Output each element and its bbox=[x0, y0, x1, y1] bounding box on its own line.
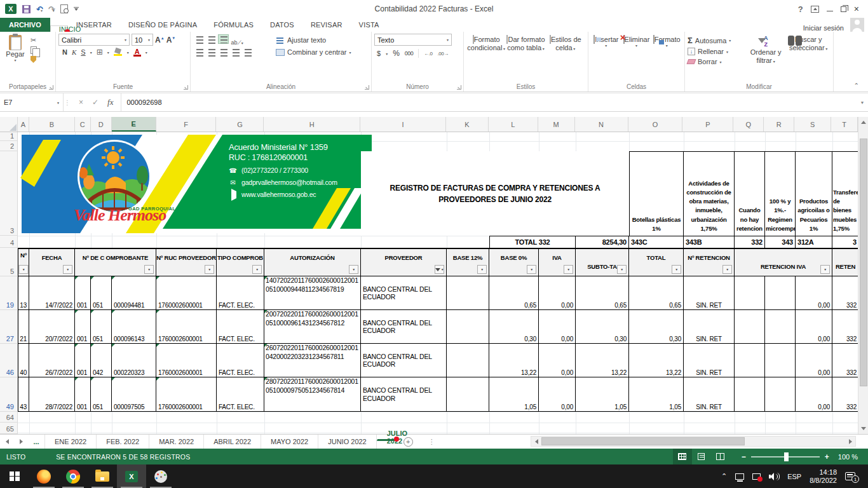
filter-active-funnel-icon[interactable] bbox=[435, 265, 444, 274]
fill-button[interactable]: ↓Rellenar▾ bbox=[688, 48, 745, 55]
cell-q[interactable] bbox=[735, 310, 765, 344]
cell-base12[interactable] bbox=[447, 344, 489, 377]
tab-archivo[interactable]: ARCHIVO bbox=[0, 18, 50, 32]
cell-iva[interactable]: 0,00 bbox=[539, 344, 576, 377]
collapse-ribbon-icon[interactable]: ⌃ bbox=[854, 82, 859, 89]
sheet-tab-ene[interactable]: ENE 2022 bbox=[44, 435, 97, 449]
col-header-l[interactable]: L bbox=[489, 117, 538, 132]
taskbar-clock[interactable]: 14:18 8/8/2022 bbox=[810, 468, 837, 485]
header-base0[interactable]: BASE 0% bbox=[489, 249, 539, 276]
col-header-a[interactable]: A bbox=[18, 117, 29, 132]
cell-r[interactable] bbox=[765, 276, 796, 310]
header-base12[interactable]: BASE 12% bbox=[447, 249, 489, 276]
horizontal-scroll-thumb[interactable] bbox=[541, 437, 745, 445]
formula-input[interactable]: 000092698 bbox=[121, 93, 857, 111]
align-middle-icon[interactable] bbox=[206, 34, 217, 44]
col-header-r[interactable]: R bbox=[764, 117, 794, 132]
cell-no[interactable]: 40 bbox=[18, 344, 29, 377]
language-indicator[interactable]: ESP bbox=[787, 473, 801, 480]
total-label-cell[interactable]: TOTAL 332 bbox=[489, 236, 576, 248]
cell-tipo[interactable]: FACT. ELEC. bbox=[217, 276, 264, 310]
header-iva[interactable]: IVA bbox=[539, 249, 576, 276]
cell-serie2[interactable]: 051 bbox=[91, 276, 112, 310]
row-header-filtered[interactable]: 49 bbox=[0, 377, 18, 412]
cell-autorizacion[interactable]: 1407202201176000260001200105100009448112… bbox=[264, 276, 361, 310]
cell-base0[interactable]: 13,22 bbox=[489, 344, 539, 377]
cell-no[interactable]: 43 bbox=[18, 377, 29, 412]
header-tipo[interactable]: TIPO COMPROB bbox=[217, 249, 264, 276]
cell-iva[interactable]: 0,00 bbox=[539, 377, 576, 412]
header-subtotal[interactable]: SUBTO-TA bbox=[576, 249, 629, 276]
cell-proveedor[interactable]: BANCO CENTRAL DEL ECUADOR bbox=[361, 344, 447, 377]
cell-num-retencion[interactable]: SIN. RET bbox=[684, 377, 735, 412]
code-t-cell[interactable]: 3 bbox=[832, 236, 858, 248]
col-header-d[interactable]: D bbox=[91, 117, 112, 132]
col-header-p[interactable]: P bbox=[682, 117, 733, 132]
row-header[interactable]: 3 bbox=[0, 151, 18, 236]
cell-retencion-iva[interactable]: 0,00 bbox=[796, 377, 832, 412]
cell-autorizacion[interactable]: 2807202201176000260001200105100009750512… bbox=[264, 377, 361, 412]
cell-autorizacion[interactable]: 2007202201176000260001200105100009614312… bbox=[264, 310, 361, 344]
cell-tipo[interactable]: FACT. ELEC. bbox=[217, 310, 264, 344]
table-row[interactable]: 21 20/7/2022 001 051 000096143 176000260… bbox=[18, 310, 858, 344]
col-header-t[interactable]: T bbox=[831, 117, 858, 132]
taskbar-chrome[interactable] bbox=[58, 464, 88, 488]
cell-no[interactable]: 13 bbox=[18, 276, 29, 310]
col-header-h[interactable]: H bbox=[264, 117, 360, 132]
header-ruc[interactable]: Nº RUC PROVEEDOR bbox=[156, 249, 217, 276]
col-header-c[interactable]: C bbox=[75, 117, 91, 132]
taskbar-excel-active[interactable]: X bbox=[117, 464, 146, 488]
sheet-nav-right-icon[interactable] bbox=[14, 435, 28, 449]
bold-button[interactable]: N bbox=[62, 48, 67, 56]
filter-dropdown-icon[interactable] bbox=[63, 265, 72, 274]
cell-num-retencion[interactable]: SIN. RET bbox=[684, 276, 735, 310]
cancel-icon[interactable]: × bbox=[79, 98, 83, 107]
save-icon[interactable] bbox=[22, 5, 31, 13]
cell-fecha[interactable]: 28/7/2022 bbox=[29, 377, 75, 412]
sheet-tab-abril[interactable]: ABRIL 2022 bbox=[204, 435, 261, 449]
col-header-m[interactable]: M bbox=[538, 117, 575, 132]
header-ret[interactable]: RETEN bbox=[832, 249, 858, 276]
align-bottom-icon[interactable] bbox=[218, 34, 229, 44]
dialog-launcher-icon[interactable] bbox=[365, 85, 369, 90]
paste-button[interactable]: Pegar ▾ bbox=[3, 34, 28, 81]
taskbar-paint[interactable] bbox=[146, 464, 175, 488]
table-row[interactable]: 40 26/7/2022 001 042 000220323 176000260… bbox=[18, 344, 858, 377]
action-center-alert-icon[interactable] bbox=[752, 473, 761, 480]
filter-dropdown-icon[interactable] bbox=[144, 265, 154, 274]
row-header[interactable]: 5 bbox=[0, 248, 18, 276]
horizontal-scrollbar[interactable] bbox=[531, 436, 856, 447]
cell-ruc[interactable]: 1760002600001 bbox=[156, 310, 217, 344]
tab-datos[interactable]: DATOS bbox=[262, 18, 302, 32]
taskbar-firefox[interactable] bbox=[29, 464, 58, 488]
cell-serie2[interactable]: 042 bbox=[91, 344, 112, 377]
sheet-grid[interactable]: Valle Hermoso GAD PARROQUIAL Acuerdo Min… bbox=[18, 132, 858, 434]
cell-proveedor[interactable]: BANCO CENTRAL DEL ECUADOR bbox=[361, 377, 447, 412]
header-proveedor[interactable]: PROVEEDOR bbox=[361, 249, 447, 276]
cell-base0[interactable]: 0,30 bbox=[489, 310, 539, 344]
cell-serie1[interactable]: 001 bbox=[75, 344, 91, 377]
sheet-tab-mar[interactable]: MAR. 2022 bbox=[149, 435, 204, 449]
cell-tipo[interactable]: FACT. ELEC. bbox=[217, 344, 264, 377]
cell-fecha[interactable]: 20/7/2022 bbox=[29, 310, 75, 344]
format-as-table-button[interactable]: Dar formato como tabla ▾ bbox=[506, 34, 545, 81]
tab-revisar[interactable]: REVISAR bbox=[302, 18, 351, 32]
cell-serie1[interactable]: 001 bbox=[75, 310, 91, 344]
decrease-indent-icon[interactable] bbox=[230, 47, 241, 57]
expand-formula-bar-icon[interactable]: ▼ bbox=[857, 93, 868, 111]
zoom-slider-thumb[interactable] bbox=[784, 452, 789, 461]
redo-button[interactable]: ↷▾ bbox=[48, 3, 55, 15]
cell-q[interactable] bbox=[735, 276, 765, 310]
cell-ret[interactable]: 332 bbox=[832, 377, 858, 412]
scroll-left-icon[interactable] bbox=[531, 439, 541, 444]
font-color-icon[interactable]: A bbox=[133, 48, 141, 57]
total-value-cell[interactable]: 8254,30 bbox=[576, 236, 629, 248]
cell-ret[interactable]: 332 bbox=[832, 344, 858, 377]
copy-icon[interactable] bbox=[31, 46, 37, 54]
code-332-cell[interactable]: 332 bbox=[735, 236, 765, 248]
cell-base0[interactable]: 1,05 bbox=[489, 377, 539, 412]
format-cells-button[interactable]: Formato▾ bbox=[652, 34, 681, 81]
cell-fecha[interactable]: 26/7/2022 bbox=[29, 344, 75, 377]
col-header-q[interactable]: Q bbox=[733, 117, 764, 132]
filter-dropdown-icon[interactable] bbox=[349, 265, 358, 274]
